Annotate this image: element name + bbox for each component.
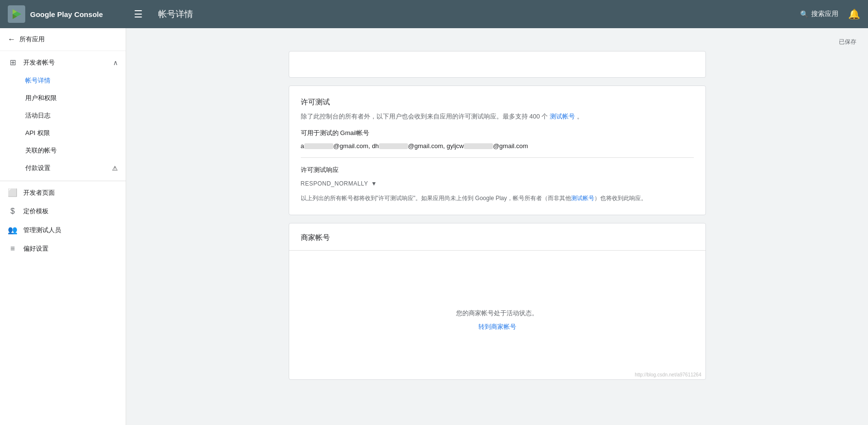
payment-settings-label: 付款设置 bbox=[25, 164, 50, 172]
activity-log-label: 活动日志 bbox=[25, 111, 50, 120]
pricing-icon: $ bbox=[8, 207, 17, 216]
developer-page-icon: ⬜ bbox=[8, 188, 17, 197]
gmail-label: 可用于测试的 Gmail帐号 bbox=[301, 129, 694, 137]
sidebar: ← 所有应用 ⊞ 开发者帐号 ∧ 帐号详情 用户和权限 活动日志 API 权限 … bbox=[0, 28, 126, 425]
sidebar-sub-item-payment-settings[interactable]: 付款设置 ⚠ bbox=[0, 159, 126, 177]
sidebar-sub-item-users-permissions[interactable]: 用户和权限 bbox=[0, 89, 126, 107]
license-desc-link[interactable]: 测试帐号 bbox=[550, 113, 575, 120]
test-response-title: 许可测试响应 bbox=[301, 166, 694, 174]
license-testing-card: 许可测试 除了此控制台的所有者外，以下用户也会收到来自应用的许可测试响应。最多支… bbox=[289, 85, 706, 215]
sidebar-back-button[interactable]: ← 所有应用 bbox=[0, 28, 126, 51]
sidebar-back-label: 所有应用 bbox=[19, 35, 45, 44]
respond-note-link[interactable]: 测试帐号 bbox=[571, 195, 594, 202]
sidebar-item-manage-testers[interactable]: 👥 管理测试人员 bbox=[0, 221, 126, 239]
api-access-label: API 权限 bbox=[25, 129, 50, 137]
merchant-link[interactable]: 转到商家帐号 bbox=[478, 323, 516, 330]
testers-icon: 👥 bbox=[8, 225, 17, 235]
linked-accounts-label: 关联的帐号 bbox=[25, 146, 57, 155]
search-area[interactable]: 🔍 搜索应用 bbox=[800, 10, 838, 18]
gmail-at1: @gmail.com, dh bbox=[333, 142, 379, 150]
gmail-blurred-1 bbox=[304, 143, 333, 149]
license-testing-description: 除了此控制台的所有者外，以下用户也会收到来自应用的许可测试响应。最多支持 400… bbox=[301, 112, 694, 122]
respond-note-text2: ）也将收到此响应。 bbox=[594, 195, 647, 202]
sidebar-sub-item-api-access[interactable]: API 权限 bbox=[0, 124, 126, 142]
payment-warning-icon: ⚠ bbox=[112, 165, 118, 172]
sidebar-item-developer-page[interactable]: ⬜ 开发者页面 bbox=[0, 183, 126, 202]
saved-notice: 已保存 bbox=[138, 38, 856, 46]
gmail-blurred-3 bbox=[464, 143, 493, 149]
sidebar-divider-1 bbox=[0, 181, 126, 181]
top-header: Google Play Console ☰ 帐号详情 🔍 搜索应用 🔔 bbox=[0, 0, 868, 28]
sidebar-item-pricing-templates[interactable]: $ 定价模板 bbox=[0, 202, 126, 221]
developer-account-sub-items: 帐号详情 用户和权限 活动日志 API 权限 关联的帐号 付款设置 ⚠ bbox=[0, 72, 126, 177]
chevron-down-icon: ▼ bbox=[371, 180, 377, 187]
back-arrow-icon: ← bbox=[8, 35, 16, 44]
license-desc-suffix: 。 bbox=[577, 113, 583, 120]
dropdown-row: RESPOND_NORMALLY ▼ bbox=[301, 180, 694, 187]
chevron-up-icon: ∧ bbox=[113, 59, 118, 67]
license-testing-title: 许可测试 bbox=[301, 98, 694, 107]
merchant-account-card: 商家帐号 您的商家帐号处于活动状态。 转到商家帐号 http://blog.cs… bbox=[289, 223, 706, 380]
preferences-icon: ≡ bbox=[8, 244, 17, 253]
header-center: ☰ 帐号详情 bbox=[134, 8, 800, 20]
search-icon: 🔍 bbox=[800, 10, 808, 18]
merchant-status-text: 您的商家帐号处于活动状态。 bbox=[301, 309, 694, 318]
gmail-at2: @gmail.com, gyljcw bbox=[408, 142, 464, 150]
sidebar-sub-item-linked-accounts[interactable]: 关联的帐号 bbox=[0, 142, 126, 159]
top-card bbox=[289, 51, 706, 78]
preferences-label: 偏好设置 bbox=[23, 244, 118, 253]
logo-area: Google Play Console bbox=[8, 5, 134, 23]
testers-label: 管理测试人员 bbox=[23, 226, 118, 235]
users-permissions-label: 用户和权限 bbox=[25, 94, 57, 102]
merchant-card-body: 您的商家帐号处于活动状态。 转到商家帐号 bbox=[289, 251, 705, 370]
gmail-at3: @gmail.com bbox=[493, 142, 528, 150]
developer-account-icon: ⊞ bbox=[8, 58, 17, 67]
pricing-label: 定价模板 bbox=[23, 207, 118, 216]
page-title-display: 帐号详情 bbox=[158, 8, 193, 20]
notification-bell-icon[interactable]: 🔔 bbox=[848, 8, 860, 20]
dropdown-value-label: RESPOND_NORMALLY bbox=[301, 180, 368, 187]
respond-note-text: 以上列出的所有帐号都将收到"许可测试响应"。如果应用尚未上传到 Google P… bbox=[301, 195, 571, 202]
sidebar-sub-item-account-details[interactable]: 帐号详情 bbox=[0, 72, 126, 89]
respond-note: 以上列出的所有帐号都将收到"许可测试响应"。如果应用尚未上传到 Google P… bbox=[301, 194, 694, 203]
sidebar-item-developer-account[interactable]: ⊞ 开发者帐号 ∧ bbox=[0, 53, 126, 72]
sidebar-item-preferences[interactable]: ≡ 偏好设置 bbox=[0, 239, 126, 258]
search-label: 搜索应用 bbox=[811, 10, 838, 18]
sidebar-sub-item-activity-log[interactable]: 活动日志 bbox=[0, 107, 126, 124]
developer-account-label: 开发者帐号 bbox=[23, 58, 107, 67]
logo-title: Google Play Console bbox=[30, 10, 103, 18]
account-details-label: 帐号详情 bbox=[25, 76, 50, 85]
watermark: http://blog.csdn.net/a97611264 bbox=[289, 370, 705, 379]
gmail-accounts: a@gmail.com, dh@gmail.com, gyljcw@gmail.… bbox=[301, 142, 694, 150]
header-right: 🔍 搜索应用 🔔 bbox=[800, 8, 860, 20]
developer-page-label: 开发者页面 bbox=[23, 188, 118, 197]
license-desc-text: 除了此控制台的所有者外，以下用户也会收到来自应用的许可测试响应。最多支持 400… bbox=[301, 113, 548, 120]
merchant-card-title: 商家帐号 bbox=[289, 223, 705, 251]
card-divider bbox=[301, 157, 694, 158]
respond-normally-dropdown[interactable]: RESPOND_NORMALLY ▼ bbox=[301, 180, 377, 187]
hamburger-icon[interactable]: ☰ bbox=[134, 8, 143, 20]
main-content: 已保存 许可测试 除了此控制台的所有者外，以下用户也会收到来自应用的许可测试响应… bbox=[126, 28, 868, 425]
gmail-part1: a bbox=[301, 142, 304, 150]
gmail-blurred-2 bbox=[379, 143, 408, 149]
developer-account-section: ⊞ 开发者帐号 ∧ 帐号详情 用户和权限 活动日志 API 权限 关联的帐号 付… bbox=[0, 51, 126, 179]
play-console-logo-icon bbox=[8, 5, 25, 23]
